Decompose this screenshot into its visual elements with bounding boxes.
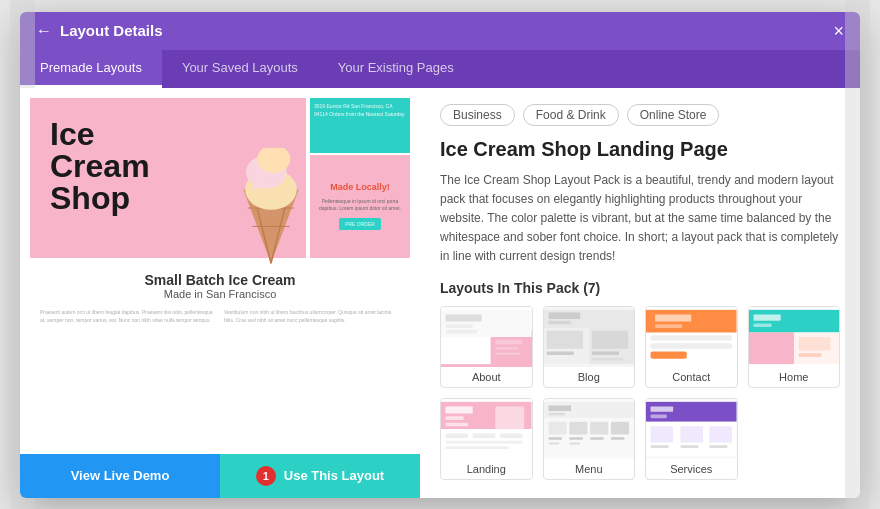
layout-thumb-landing[interactable]: Landing <box>440 398 533 480</box>
address-text: 3019 Eunice Rd San Francisco, CA 94114 O… <box>314 102 406 118</box>
svg-rect-74 <box>709 446 727 449</box>
svg-rect-13 <box>446 330 478 334</box>
svg-rect-41 <box>446 407 473 414</box>
svg-rect-58 <box>610 422 628 435</box>
preview-right-col: 3019 Eunice Rd San Francisco, CA 94114 O… <box>310 98 410 258</box>
right-panel: Business Food & Drink Online Store Ice C… <box>420 88 860 498</box>
tab-saved-layouts[interactable]: Your Saved Layouts <box>162 50 318 88</box>
layout-thumb-home[interactable]: Home <box>748 306 841 388</box>
svg-rect-73 <box>680 446 698 449</box>
svg-rect-55 <box>548 422 566 435</box>
preview-sub2: Made in San Francisco <box>145 288 296 300</box>
svg-rect-47 <box>473 434 496 439</box>
svg-rect-34 <box>753 315 780 321</box>
tab-premade[interactable]: Premade Layouts <box>20 50 162 88</box>
preview-text-col1: Praesent autem orci ut libero feugiat da… <box>40 308 216 324</box>
layout-thumb-blog[interactable]: Blog <box>543 306 636 388</box>
layout-thumb-about[interactable]: About <box>440 306 533 388</box>
layout-thumb-img-blog <box>544 307 635 367</box>
badge-count: 1 <box>256 466 276 486</box>
order-button-preview: PRE ORDER <box>339 218 381 230</box>
modal-overlay: ← Layout Details × Premade Layouts Your … <box>0 0 880 509</box>
modal-header-left: ← Layout Details <box>36 22 163 40</box>
layout-thumb-label-landing: Landing <box>441 459 532 479</box>
layout-thumb-img-services <box>646 399 737 459</box>
svg-rect-38 <box>798 337 830 351</box>
svg-rect-28 <box>655 315 691 322</box>
preview-teal-block: 3019 Eunice Rd San Francisco, CA 94114 O… <box>310 98 410 153</box>
modal-title: Layout Details <box>60 22 163 39</box>
svg-rect-43 <box>446 423 469 427</box>
layout-thumb-label-menu: Menu <box>544 459 635 479</box>
svg-rect-9 <box>441 337 491 364</box>
svg-rect-49 <box>446 441 523 444</box>
tab-existing-pages[interactable]: Your Existing Pages <box>318 50 474 88</box>
layout-thumb-img-menu <box>544 399 635 459</box>
svg-rect-39 <box>798 354 821 358</box>
ice-cream-cone-image <box>236 148 306 268</box>
svg-rect-18 <box>548 313 580 319</box>
svg-rect-57 <box>590 422 608 435</box>
tag-online-store[interactable]: Online Store <box>627 104 720 126</box>
use-layout-label: Use This Layout <box>284 468 384 483</box>
layout-thumb-label-blog: Blog <box>544 367 635 387</box>
layout-thumb-services[interactable]: Services <box>645 398 738 480</box>
right-decoration <box>845 0 870 509</box>
tag-business[interactable]: Business <box>440 104 515 126</box>
modal-header: ← Layout Details × <box>20 12 860 50</box>
layout-thumb-menu[interactable]: Menu <box>543 398 636 480</box>
layout-thumb-label-services: Services <box>646 459 737 479</box>
svg-rect-48 <box>500 434 523 439</box>
modal-container: ← Layout Details × Premade Layouts Your … <box>20 12 860 498</box>
layout-thumb-img-landing <box>441 399 532 459</box>
layout-thumb-contact[interactable]: Contact <box>645 306 738 388</box>
svg-rect-15 <box>495 347 518 350</box>
preview-pink-block2: Made Locally! Pellentesque in ipsum id o… <box>310 155 410 258</box>
svg-rect-62 <box>610 438 624 441</box>
left-panel: IceCreamShop <box>20 88 420 498</box>
ice-cream-shop-title: IceCreamShop <box>40 108 160 224</box>
tag-food-drink[interactable]: Food & Drink <box>523 104 619 126</box>
svg-rect-61 <box>590 438 604 441</box>
layout-thumb-label-contact: Contact <box>646 367 737 387</box>
use-this-layout-button[interactable]: 1 Use This Layout <box>220 454 420 498</box>
preview-subtitle: Small Batch Ice Cream <box>145 272 296 288</box>
svg-rect-16 <box>495 353 520 356</box>
svg-rect-67 <box>651 415 667 419</box>
svg-rect-23 <box>591 352 618 356</box>
svg-rect-72 <box>651 446 669 449</box>
svg-rect-52 <box>548 406 571 411</box>
layouts-grid: About <box>440 306 840 480</box>
preview-desc-text: Pellentesque in ipsum id orci porta dapi… <box>310 196 410 214</box>
layout-thumb-label-about: About <box>441 367 532 387</box>
svg-rect-12 <box>446 325 473 329</box>
preview-title-section: Small Batch Ice Cream Made in San Franci… <box>145 264 296 304</box>
svg-rect-19 <box>548 321 571 325</box>
made-locally-text: Made Locally! <box>330 182 390 192</box>
modal-tabs: Premade Layouts Your Saved Layouts Your … <box>20 50 860 88</box>
svg-rect-64 <box>569 443 580 445</box>
svg-rect-29 <box>655 325 682 329</box>
svg-rect-50 <box>446 447 509 450</box>
svg-rect-31 <box>651 344 732 349</box>
close-icon[interactable]: × <box>833 22 844 40</box>
modal-body: IceCreamShop <box>20 88 860 498</box>
preview-image-area: IceCreamShop <box>20 88 420 454</box>
preview-top: IceCreamShop <box>30 98 410 258</box>
layout-thumb-label-home: Home <box>749 367 840 387</box>
view-live-demo-button[interactable]: View Live Demo <box>20 454 220 498</box>
svg-rect-25 <box>546 331 582 349</box>
preview-text-cols: Praesent autem orci ut libero feugiat da… <box>30 308 410 324</box>
svg-rect-46 <box>446 434 469 439</box>
svg-rect-36 <box>749 333 794 365</box>
svg-rect-33 <box>749 310 840 333</box>
svg-rect-59 <box>548 438 562 441</box>
svg-rect-32 <box>651 352 687 359</box>
page-title: Ice Cream Shop Landing Page <box>440 138 840 161</box>
svg-rect-69 <box>651 427 674 443</box>
svg-rect-14 <box>495 340 522 345</box>
layouts-heading: Layouts In This Pack (7) <box>440 280 840 296</box>
preview-pink-block: IceCreamShop <box>30 98 306 258</box>
svg-rect-44 <box>495 407 524 430</box>
back-icon[interactable]: ← <box>36 22 52 40</box>
